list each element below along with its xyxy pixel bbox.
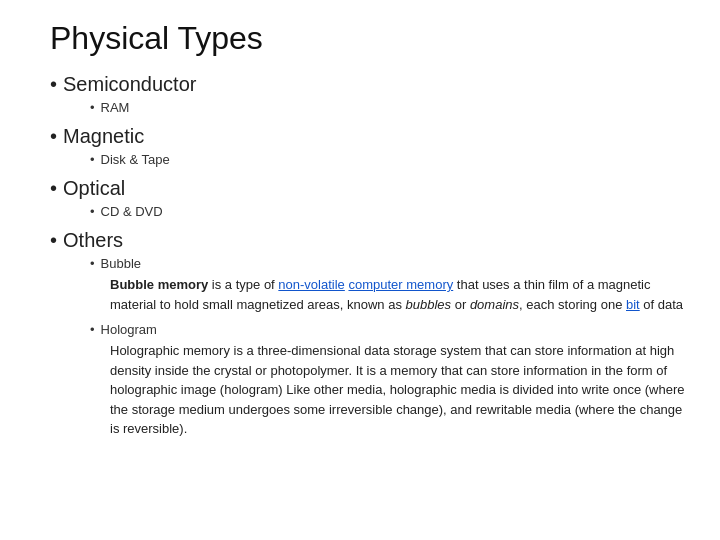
bubble-link-nonvolatile[interactable]: non-volatile [278, 277, 345, 292]
optical-sub: CD & DVD [90, 204, 690, 219]
list-item-ram: RAM [90, 100, 690, 115]
magnetic-label: Magnetic [50, 125, 690, 148]
optical-label: Optical [50, 177, 690, 200]
bubble-italic-bubbles: bubbles [406, 297, 452, 312]
list-item-cd-dvd: CD & DVD [90, 204, 690, 219]
bubble-memory-bold: Bubble memory [110, 277, 208, 292]
bubble-link-bit[interactable]: bit [626, 297, 640, 312]
others-sub-hologram: Hologram [90, 322, 690, 337]
semiconductor-label: Semiconductor [50, 73, 690, 96]
list-item-optical: Optical CD & DVD [50, 177, 690, 219]
bubble-text4: of data [640, 297, 683, 312]
list-item-bubble: Bubble [90, 256, 690, 271]
semiconductor-sub: RAM [90, 100, 690, 115]
list-item-others: Others Bubble Bubble memory is a type of… [50, 229, 690, 439]
list-item-disk-tape: Disk & Tape [90, 152, 690, 167]
bubble-link-computer-memory[interactable]: computer memory [348, 277, 453, 292]
magnetic-sub: Disk & Tape [90, 152, 690, 167]
hologram-desc-text: Holographic memory is a three-dimensiona… [110, 343, 684, 436]
bubble-memory-desc: Bubble memory is a type of non-volatile … [110, 275, 690, 314]
hologram-memory-desc: Holographic memory is a three-dimensiona… [110, 341, 690, 439]
others-label: Others [50, 229, 690, 252]
page-title: Physical Types [50, 20, 690, 57]
bubble-text1: is a type of [208, 277, 278, 292]
list-item-semiconductor: Semiconductor RAM [50, 73, 690, 115]
main-list: Semiconductor RAM Magnetic Disk & Tape O… [50, 73, 690, 439]
list-item-magnetic: Magnetic Disk & Tape [50, 125, 690, 167]
bubble-text3: , each storing one [519, 297, 626, 312]
bubble-italic-domains: domains [470, 297, 519, 312]
others-sub: Bubble [90, 256, 690, 271]
bubble-text-or: or [451, 297, 470, 312]
list-item-hologram: Hologram [90, 322, 690, 337]
